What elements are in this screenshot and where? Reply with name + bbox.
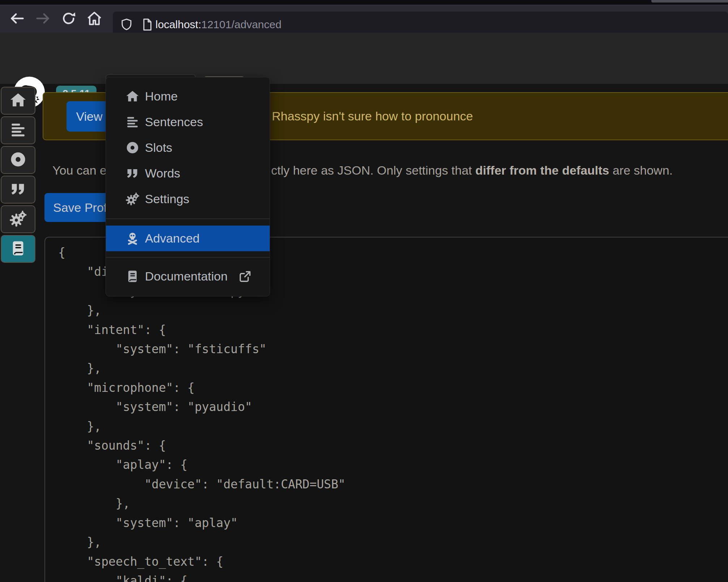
code-line: },	[58, 359, 728, 378]
intro-text-bold: differ from the defaults	[475, 163, 609, 177]
sidebar-item-settings[interactable]	[1, 205, 35, 233]
menu-divider	[106, 218, 270, 219]
code-line: "speech_to_text": {	[58, 552, 728, 571]
back-arrow-icon[interactable]	[9, 10, 25, 26]
page-dropdown-menu: Home Sentences Slots Words Settings Adva…	[106, 77, 270, 296]
gears-icon	[10, 210, 26, 228]
book-icon	[125, 269, 140, 284]
gears-icon	[125, 192, 140, 206]
url-host: localhost:	[155, 18, 201, 30]
menu-item-label: Words	[145, 166, 180, 180]
code-line: },	[58, 301, 728, 320]
skull-crossbones-icon	[125, 231, 140, 246]
quote-icon	[10, 181, 26, 199]
browser-toolbar: localhost:12101/advanced	[0, 5, 728, 33]
browser-tab-accent	[651, 0, 728, 3]
menu-item-label: Documentation	[145, 269, 228, 283]
code-line: "system": "aplay"	[58, 513, 728, 532]
shield-icon[interactable]	[120, 18, 133, 31]
alert-message: Rhasspy isn't sure how to pronounce	[272, 93, 473, 140]
code-line: },	[58, 417, 728, 436]
url-path: 12101/advanced	[201, 18, 282, 30]
page-icon[interactable]	[141, 18, 154, 31]
menu-item-slots[interactable]: Slots	[106, 135, 270, 161]
menu-item-label: Sentences	[145, 115, 203, 129]
menu-item-label: Settings	[145, 192, 189, 206]
record-icon	[125, 141, 140, 155]
code-line: "kaldi": {	[58, 571, 728, 582]
view-button-label: View	[76, 110, 102, 124]
url-text: localhost:12101/advanced	[155, 18, 282, 31]
menu-item-sentences[interactable]: Sentences	[106, 109, 270, 135]
external-link-icon	[239, 270, 251, 283]
home-icon	[125, 89, 140, 104]
sentences-icon	[125, 115, 140, 129]
menu-item-documentation[interactable]: Documentation	[106, 264, 270, 289]
intro-text-end: are shown.	[609, 163, 673, 177]
code-line: "microphone": {	[58, 378, 728, 397]
reload-icon[interactable]	[61, 10, 77, 26]
home-icon	[10, 92, 26, 110]
browser-tab-strip	[0, 0, 728, 5]
code-line: "aplay": {	[58, 455, 728, 474]
sidebar-item-home[interactable]	[1, 87, 35, 115]
menu-item-label: Slots	[145, 141, 172, 155]
sentences-icon	[10, 121, 26, 140]
code-line: "sounds": {	[58, 436, 728, 455]
code-line: "device": "default:CARD=USB"	[58, 475, 728, 494]
menu-item-advanced[interactable]: Advanced	[106, 226, 270, 251]
sidebar-item-advanced[interactable]	[1, 235, 35, 263]
code-line: },	[58, 494, 728, 513]
forward-arrow-icon[interactable]	[35, 10, 51, 26]
app-header: 2.5.11 Advanced Log	[0, 33, 728, 84]
intro-text-start: You can e	[52, 163, 107, 177]
sidebar-item-sentences[interactable]	[1, 116, 35, 144]
screen: localhost:12101/advanced 2.5.11 Advanced…	[0, 0, 728, 582]
menu-item-words[interactable]: Words	[106, 161, 270, 186]
book-icon	[10, 240, 26, 258]
menu-divider	[106, 257, 270, 258]
menu-item-label: Advanced	[145, 231, 200, 245]
code-line: "system": "fsticuffs"	[58, 339, 728, 359]
quote-icon	[125, 166, 140, 181]
menu-item-home[interactable]: Home	[106, 84, 270, 109]
menu-item-label: Home	[145, 89, 178, 103]
menu-item-settings[interactable]: Settings	[106, 186, 270, 212]
intro-text-rest: ctly here as JSON. Only settings that di…	[271, 163, 673, 177]
home-icon[interactable]	[86, 10, 102, 26]
code-line: "intent": {	[58, 320, 728, 339]
code-line: },	[58, 532, 728, 552]
intro-text-middle: ctly here as JSON. Only settings that	[271, 163, 475, 177]
code-line: "system": "pyaudio"	[58, 397, 728, 416]
